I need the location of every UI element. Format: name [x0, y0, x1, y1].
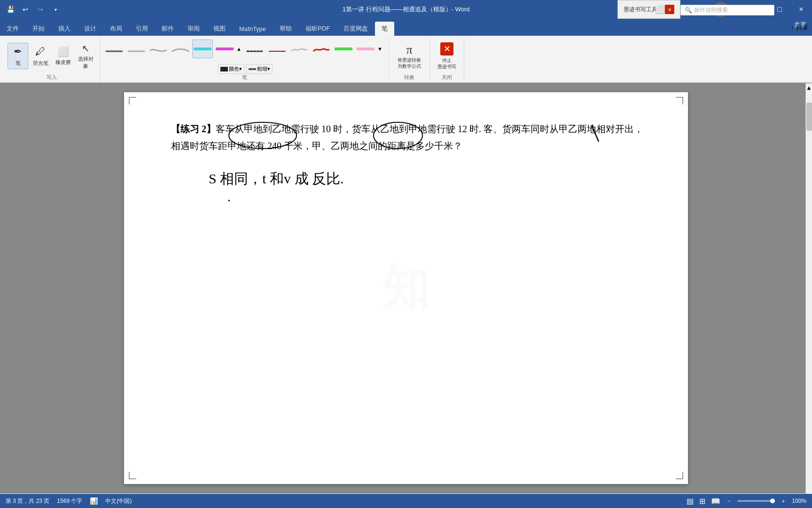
page-corner-tl [129, 97, 136, 104]
save-icon[interactable]: 💾 [4, 3, 17, 16]
document-content: 【练习 2】客车从甲地到乙地需行驶 10 时，货车从乙地到甲地需行驶 12 时.… [171, 120, 650, 208]
tab-view[interactable]: 视图 [207, 22, 232, 36]
page-corner-br [676, 472, 683, 479]
highlighter-label: 荧光笔 [33, 60, 48, 66]
size-picker-button[interactable]: 粗细▾ [246, 64, 273, 74]
page-info: 第 3 页，共 23 页 [6, 497, 49, 505]
stop-ink-button[interactable]: ✕ 停止墨迹书写 [434, 40, 460, 71]
search-icon: 🔍 [685, 7, 692, 14]
select-objects-button[interactable]: ↖ 选择对象 [75, 40, 96, 71]
ribbon-group-write: ✒ 笔 🖊 荧光笔 ⬜ 橡皮擦 ↖ 选择对象 写入 [4, 38, 100, 82]
color-size-controls: 颜色▾ 粗细▾ [218, 64, 273, 74]
highlighter-icon: 🖊 [35, 45, 46, 59]
pen-swatches-content: ▲ [104, 38, 385, 64]
pi-icon: π [406, 43, 412, 57]
color-picker-button[interactable]: 颜色▾ [218, 64, 244, 74]
pen-group-label: 笔 [242, 74, 247, 82]
page-corner-bl [129, 472, 136, 479]
tab-mailings[interactable]: 邮件 [155, 22, 180, 36]
close-group-content: ✕ 停止墨迹书写 [434, 38, 460, 74]
search-box[interactable]: 🔍 操作说明搜索 [680, 5, 774, 16]
customize-icon[interactable]: ▾ [49, 3, 62, 16]
pen-swatch-scroll-up[interactable]: ▲ [236, 40, 244, 58]
convert-to-math-button[interactable]: π 将墨迹转换为数学公式 [393, 43, 426, 69]
zoom-out-button[interactable]: － [726, 497, 732, 505]
pen-swatch-6[interactable] [214, 40, 235, 58]
tab-file[interactable]: 文件 [0, 22, 25, 36]
eraser-icon: ⬜ [57, 46, 69, 58]
pen-swatch-4[interactable] [170, 40, 191, 58]
handwritten-note-svg: S 相同，t 和v 成 反比. [209, 164, 406, 192]
share-button-ribbon[interactable]: ↑ 共享 [791, 24, 809, 32]
ribbon-group-pen: ▲ [100, 38, 389, 82]
tab-review[interactable]: 审阅 [181, 22, 206, 36]
close-button[interactable]: × [790, 0, 812, 19]
handwritten-dot: · [227, 193, 650, 208]
document-area: 知 【练习 2】客车从甲地到乙地需行驶 10 时，货车从乙地到甲地需行驶 12 … [0, 83, 812, 493]
pen-swatch-11[interactable] [333, 40, 354, 58]
tab-layout[interactable]: 布局 [103, 22, 129, 36]
pen-tool-button[interactable]: ✒ 笔 [8, 43, 28, 69]
tab-references[interactable]: 引用 [129, 22, 155, 36]
pen-swatches-bottom-row: ▼ [245, 40, 385, 58]
tab-baidu[interactable]: 百度网盘 [337, 22, 375, 36]
page-corner-tr [676, 97, 683, 104]
zoom-percent[interactable]: 100% [792, 498, 806, 504]
tab-insert[interactable]: 插入 [52, 22, 77, 36]
pen-swatch-12[interactable] [355, 40, 376, 58]
ribbon-content: ✒ 笔 🖊 荧光笔 ⬜ 橡皮擦 ↖ 选择对象 写入 [0, 36, 812, 83]
word-count: 1569 个字 [57, 497, 82, 505]
exercise-text: 【练习 2】客车从甲地到乙地需行驶 10 时，货车从乙地到甲地需行驶 12 时.… [171, 120, 650, 154]
pen-swatch-10[interactable] [311, 40, 332, 58]
size-swatch [249, 68, 256, 70]
redo-icon[interactable]: ↪ [34, 3, 47, 16]
pen-swatch-3[interactable] [148, 40, 169, 58]
pen-swatch-scroll-down[interactable]: ▼ [377, 40, 385, 58]
size-label: 粗细▾ [257, 65, 270, 72]
share-icon: ↑ [791, 24, 795, 32]
tab-bar: 文件 开始 插入 设计 布局 引用 邮件 审阅 视图 MathType 帮助 福… [0, 19, 812, 36]
zoom-slider[interactable] [737, 500, 775, 502]
handwritten-area: S 相同，t 和v 成 反比. [209, 164, 650, 193]
pen-swatch-5[interactable] [192, 40, 213, 58]
convert-label: 将墨迹转换为数学公式 [398, 57, 421, 69]
pen-swatch-9[interactable] [289, 40, 310, 58]
convert-group-content: π 将墨迹转换为数学公式 [393, 38, 426, 74]
view-web-icon[interactable]: ⊞ [699, 497, 705, 506]
pen-swatch-7[interactable] [245, 40, 265, 58]
pen-swatch-2[interactable] [126, 40, 147, 58]
highlighter-button[interactable]: 🖊 荧光笔 [30, 43, 51, 69]
ink-toolbar-label: 墨迹书写工具 [624, 6, 657, 14]
select-icon: ↖ [82, 42, 90, 55]
tab-design[interactable]: 设计 [78, 22, 103, 36]
right-scrollbar[interactable]: ▲ [805, 83, 812, 494]
undo-icon[interactable]: ↩ [19, 3, 32, 16]
view-icon[interactable]: ⬜ [655, 4, 665, 15]
convert-group-label: 转换 [404, 74, 414, 82]
view-read-icon[interactable]: 📖 [711, 497, 720, 506]
scroll-up-button[interactable]: ▲ [806, 83, 812, 92]
stop-ink-icon: ✕ [440, 42, 453, 56]
tab-start[interactable]: 开始 [26, 22, 51, 36]
zoom-slider-thumb [770, 499, 775, 503]
tab-mathtype[interactable]: MathType [233, 22, 273, 36]
pen-swatches-top-row: ▲ [104, 40, 244, 58]
pen-swatch-8[interactable] [267, 40, 288, 58]
pen-swatch-1[interactable] [104, 40, 125, 58]
ribbon-group-close: ✕ 停止墨迹书写 关闭 [430, 38, 464, 82]
share-label: 共享 [796, 24, 808, 32]
tab-foxitpdf[interactable]: 福昕PDF [299, 22, 336, 36]
search-placeholder: 操作说明搜索 [694, 6, 728, 14]
quick-access: 💾 ↩ ↪ ▾ [0, 3, 62, 16]
scroll-thumb[interactable] [806, 103, 812, 131]
select-label: 选择对象 [76, 56, 95, 69]
write-group-content: ✒ 笔 🖊 荧光笔 ⬜ 橡皮擦 ↖ 选择对象 [8, 38, 96, 74]
watermark: 知 [312, 194, 500, 382]
tab-help[interactable]: 帮助 [273, 22, 298, 36]
pen-label: 笔 [16, 60, 21, 66]
zoom-in-button[interactable]: ＋ [781, 497, 786, 505]
tab-pen[interactable]: 笔 [375, 22, 394, 36]
color-label: 颜色▾ [229, 65, 242, 72]
view-normal-icon[interactable]: ▤ [687, 497, 694, 506]
eraser-button[interactable]: ⬜ 橡皮擦 [53, 43, 73, 69]
